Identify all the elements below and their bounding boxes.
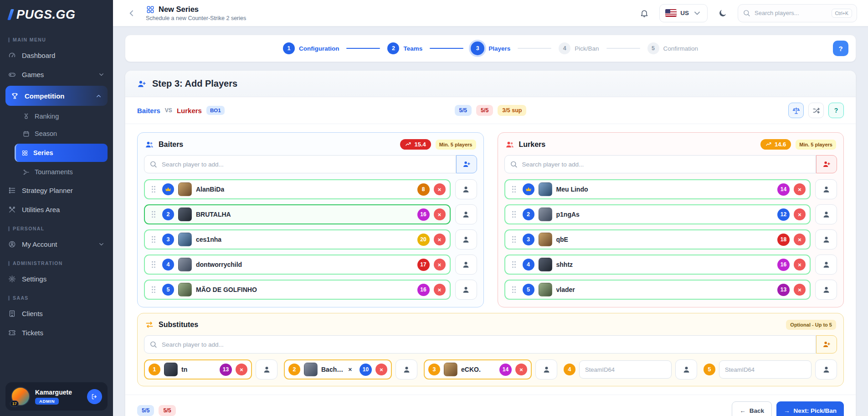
sidebar-item-series[interactable]: Series xyxy=(15,144,108,162)
sidebar-item-label: Series xyxy=(33,149,53,156)
shuffle-teams-button[interactable] xyxy=(808,103,824,118)
matchup-team-b: Lurkers xyxy=(177,107,202,114)
player-row[interactable]: 4 shhtz 16 × xyxy=(504,255,811,275)
substitute-add-button[interactable] xyxy=(816,335,837,354)
player-row[interactable]: AlanBiDa 8 × xyxy=(144,179,451,199)
player-options-button[interactable] xyxy=(815,255,837,275)
step-pick-ban[interactable]: 4 Pick/Ban xyxy=(559,42,599,54)
steamid-input[interactable] xyxy=(719,360,812,379)
step-teams[interactable]: 2 Teams xyxy=(387,42,422,54)
balance-teams-button[interactable] xyxy=(788,103,804,118)
substitute-search-input[interactable] xyxy=(144,335,816,354)
player-options-button[interactable] xyxy=(815,280,837,300)
slot-number: 4 xyxy=(523,259,534,270)
step-players[interactable]: 3 Players xyxy=(471,42,510,55)
player-options-button[interactable] xyxy=(455,255,477,275)
sidebar-item-strategy-planner[interactable]: Strategy Planner xyxy=(0,181,113,200)
sidebar-item-settings[interactable]: Settings xyxy=(0,269,113,288)
step-configuration[interactable]: 1 Configuration xyxy=(283,42,339,54)
players-help-button[interactable]: ? xyxy=(828,103,844,118)
drag-handle-icon[interactable] xyxy=(149,260,158,269)
step-label: Pick/Ban xyxy=(575,45,599,52)
player-options-button[interactable] xyxy=(256,359,277,380)
global-search-input[interactable] xyxy=(755,10,827,16)
stepper-help-button[interactable]: ? xyxy=(833,41,848,56)
player-options-button[interactable] xyxy=(455,280,477,300)
remove-player-button[interactable]: × xyxy=(794,183,806,195)
player-row[interactable]: 5 MÃO DE GOLFINHO 16 × xyxy=(144,280,451,300)
remove-player-button[interactable]: × xyxy=(434,259,446,270)
drag-handle-icon[interactable] xyxy=(149,285,158,294)
player-options-button[interactable] xyxy=(395,359,417,380)
player-row[interactable]: 5 vlader 13 × xyxy=(504,280,811,300)
remove-player-button[interactable]: × xyxy=(236,364,247,375)
player-options-button[interactable] xyxy=(815,359,837,380)
drag-handle-icon[interactable] xyxy=(149,210,158,219)
sidebar-item-tournaments[interactable]: Tournaments xyxy=(0,163,113,181)
player-options-button[interactable] xyxy=(815,229,837,250)
remove-player-button[interactable]: × xyxy=(434,234,446,245)
drag-handle-icon[interactable] xyxy=(149,235,158,244)
sidebar-item-utilities-area[interactable]: Utilities Area xyxy=(0,200,113,219)
sidebar-item-games[interactable]: Games xyxy=(0,65,113,84)
player-options-button[interactable] xyxy=(455,179,477,199)
player-row[interactable]: 2 BRUTALHA 16 × xyxy=(144,204,451,224)
player-options-button[interactable] xyxy=(455,229,477,250)
drag-handle-icon[interactable] xyxy=(509,235,519,244)
remove-player-button[interactable]: × xyxy=(375,364,387,375)
drag-handle-icon[interactable] xyxy=(509,285,519,294)
user-card[interactable]: 17 Kamarguete ADMIN xyxy=(5,382,108,411)
player-options-button[interactable] xyxy=(455,204,477,224)
player-row[interactable]: 3 ces1nha 20 × xyxy=(144,229,451,250)
logout-button[interactable] xyxy=(87,389,102,404)
sidebar-item-season[interactable]: Season xyxy=(0,125,113,142)
player-row[interactable]: 4 dontworrychild 17 × xyxy=(144,255,451,275)
notifications-button[interactable] xyxy=(636,5,653,22)
app-logo[interactable]: PUGS.GG xyxy=(0,0,113,29)
drag-handle-icon[interactable] xyxy=(149,185,158,194)
step-confirmation[interactable]: 5 Confirmation xyxy=(647,42,699,54)
remove-player-button[interactable]: × xyxy=(434,183,446,195)
team-a-add-player-button[interactable] xyxy=(456,155,477,173)
remove-player-button[interactable]: × xyxy=(794,284,806,296)
steamid-input[interactable] xyxy=(579,360,672,379)
player-options-button[interactable] xyxy=(815,179,837,199)
remove-player-button[interactable]: × xyxy=(434,208,446,220)
remove-player-button[interactable]: × xyxy=(794,234,806,245)
sidebar-item-clients[interactable]: Clients xyxy=(0,304,113,323)
dark-mode-toggle[interactable] xyxy=(714,5,731,22)
back-chevron-button[interactable] xyxy=(124,5,139,21)
team-b-add-player-button[interactable] xyxy=(816,155,837,173)
team-a-player-search-input[interactable] xyxy=(144,155,456,173)
player-row[interactable]: 2 p1ngAs 12 × xyxy=(504,204,811,224)
player-row[interactable]: 3 qbE 18 × xyxy=(504,229,811,250)
sidebar-item-tickets[interactable]: Tickets xyxy=(0,323,113,342)
substitute-card[interactable]: 2 Bachira ✕ 10 × xyxy=(284,359,392,380)
player-avatar xyxy=(539,208,552,221)
slot-number: 2 xyxy=(288,364,300,375)
sidebar-item-competition[interactable]: Competition xyxy=(5,86,108,106)
player-options-button[interactable] xyxy=(675,359,697,380)
substitute-card[interactable]: 1 tn 13 × xyxy=(144,359,252,380)
drag-handle-icon[interactable] xyxy=(509,260,519,269)
player-options-button[interactable] xyxy=(535,359,557,380)
back-button[interactable]: ← Back xyxy=(732,401,772,416)
remove-player-button[interactable]: × xyxy=(434,284,446,296)
sidebar-item-dashboard[interactable]: Dashboard xyxy=(0,46,113,65)
team-b-player-search-input[interactable] xyxy=(504,155,817,173)
global-search[interactable]: Ctrl+K xyxy=(738,4,857,22)
drag-handle-icon[interactable] xyxy=(509,185,519,194)
sidebar-item-ranking[interactable]: Ranking xyxy=(0,108,113,125)
language-selector[interactable]: US xyxy=(659,4,708,22)
remove-player-button[interactable]: × xyxy=(794,259,806,270)
player-row[interactable]: Meu Lindo 14 × xyxy=(504,179,811,199)
drag-handle-icon[interactable] xyxy=(509,210,519,219)
player-name: p1ngAs xyxy=(556,211,580,218)
substitute-card[interactable]: 3 eCKO. 14 × xyxy=(424,359,532,380)
player-options-button[interactable] xyxy=(815,204,837,224)
next-pick-ban-button[interactable]: → Next: Pick/Ban xyxy=(776,401,844,416)
sidebar-item-my-account[interactable]: My Account xyxy=(0,234,113,254)
remove-player-button[interactable]: × xyxy=(794,208,806,220)
slot-number: 5 xyxy=(704,364,715,375)
remove-player-button[interactable]: × xyxy=(515,364,527,375)
